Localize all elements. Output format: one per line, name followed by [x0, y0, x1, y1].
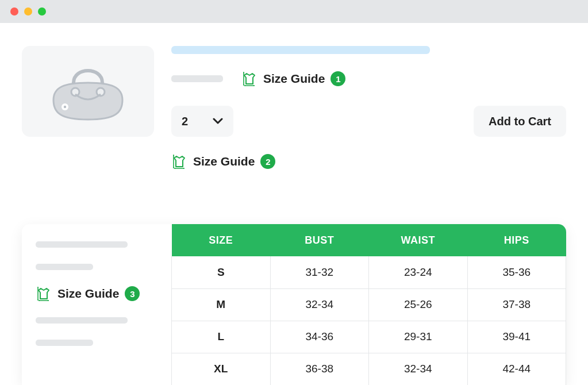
quantity-value: 2: [182, 115, 188, 128]
cell-bust: 32-34: [270, 288, 369, 321]
cell-waist: 29-31: [369, 321, 468, 353]
product-title-skeleton: [171, 46, 430, 54]
size-table: SIZE BUST WAIST HIPS S 31-32 23-24 35-36…: [171, 224, 566, 385]
size-guide-label: Size Guide: [193, 155, 255, 168]
cell-hips: 39-41: [467, 321, 566, 353]
cell-hips: 37-38: [467, 288, 566, 321]
cell-hips: 35-36: [467, 256, 566, 288]
table-row: M 32-34 25-26 37-38: [172, 288, 566, 321]
size-guide-link-1[interactable]: Size Guide 1: [241, 71, 345, 86]
cell-waist: 25-26: [369, 288, 468, 321]
window-close-icon[interactable]: [10, 7, 18, 16]
product-image: [22, 46, 154, 137]
window-title-bar: [0, 0, 588, 23]
shirt-measure-icon: [241, 71, 258, 86]
add-to-cart-label: Add to Cart: [489, 115, 551, 128]
size-guide-row-2: Size Guide 2: [171, 154, 566, 171]
cell-size: M: [172, 288, 271, 321]
annotation-badge-1: 1: [330, 71, 345, 86]
cell-bust: 31-32: [270, 256, 369, 288]
svg-point-3: [64, 106, 66, 108]
window-minimize-icon[interactable]: [24, 7, 32, 16]
annotation-badge-2: 2: [260, 154, 275, 169]
size-guide-link-3[interactable]: Size Guide 3: [36, 286, 157, 301]
table-row: L 34-36 29-31 39-41: [172, 321, 566, 353]
price-skeleton: [171, 75, 223, 82]
annotation-badge-3: 3: [125, 286, 140, 301]
size-guide-link-2[interactable]: Size Guide 2: [171, 154, 275, 169]
shirt-measure-icon: [36, 286, 52, 301]
cell-waist: 23-24: [369, 256, 468, 288]
quantity-select[interactable]: 2: [171, 106, 233, 137]
sidebar-skeleton-line: [36, 264, 93, 270]
cell-bust: 34-36: [270, 321, 369, 353]
chevron-down-icon: [213, 118, 223, 125]
size-table-wrap: SIZE BUST WAIST HIPS S 31-32 23-24 35-36…: [171, 224, 566, 385]
size-guide-label: Size Guide: [263, 72, 325, 86]
size-chart-panel: Size Guide 3 SIZE BUST WAIST HIPS: [22, 224, 566, 385]
price-and-sizeguide-row: Size Guide 1: [171, 71, 566, 86]
col-waist: WAIST: [369, 224, 468, 256]
cell-waist: 32-34: [369, 353, 468, 385]
size-guide-label: Size Guide: [57, 287, 119, 301]
sidebar-skeleton-line: [36, 340, 93, 346]
col-size: SIZE: [172, 224, 271, 256]
cell-size: XL: [172, 353, 271, 385]
cell-size: S: [172, 256, 271, 288]
qty-and-cart-row: 2 Add to Cart: [171, 106, 566, 137]
table-row: S 31-32 23-24 35-36: [172, 256, 566, 288]
table-row: XL 36-38 32-34 42-44: [172, 353, 566, 385]
cell-hips: 42-44: [467, 353, 566, 385]
sidebar-skeleton-line: [36, 241, 128, 248]
table-header-row: SIZE BUST WAIST HIPS: [172, 224, 566, 256]
shirt-measure-icon: [171, 154, 187, 169]
col-bust: BUST: [270, 224, 369, 256]
handbag-icon: [48, 60, 128, 123]
add-to-cart-button[interactable]: Add to Cart: [474, 106, 566, 137]
cell-size: L: [172, 321, 271, 353]
page-body: Size Guide 1 2 Add to Cart: [0, 23, 588, 385]
window-maximize-icon[interactable]: [38, 7, 46, 16]
sidebar: Size Guide 3: [22, 224, 171, 385]
col-hips: HIPS: [467, 224, 566, 256]
cell-bust: 36-38: [270, 353, 369, 385]
sidebar-skeleton-line: [36, 317, 128, 324]
